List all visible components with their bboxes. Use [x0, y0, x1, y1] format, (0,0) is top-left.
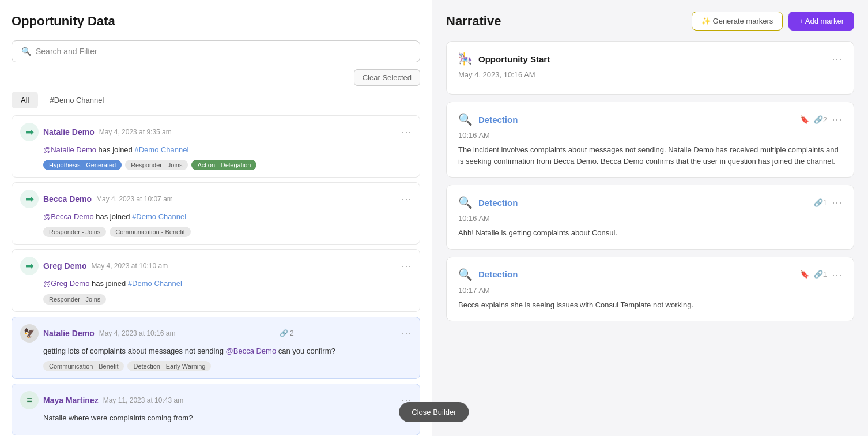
msg-time: May 11, 2023 at 10:43 am: [103, 396, 183, 404]
tag-responder-joins[interactable]: Responder - Joins: [125, 160, 188, 170]
card-actions: 🔖 🔗2 ⋯: [800, 113, 842, 126]
card-header: 🔍 Detection 🔖 🔗2 ⋯: [458, 112, 842, 126]
narrative-card-opportunity-start: 🎠 Opportunity Start ⋯ May 4, 2023, 10:16…: [446, 41, 854, 95]
list-item: ➡ Natalie Demo May 4, 2023 at 9:35 am ⋯ …: [12, 115, 420, 178]
narrative-actions: ✨ Generate markers + Add marker: [692, 12, 854, 31]
search-icon: 🔍: [21, 47, 31, 56]
card-title: Detection: [478, 269, 518, 279]
tag-communication-benefit[interactable]: Communication - Benefit: [43, 361, 124, 371]
close-builder-button[interactable]: Close Builder: [399, 402, 469, 422]
tab-demo-channel[interactable]: #Demo Channel: [40, 92, 113, 108]
link-count: 🔗1: [814, 198, 827, 207]
tag-list: Responder - Joins Communication - Benefi…: [43, 227, 412, 237]
msg-time: May 4, 2023 at 9:35 am: [99, 128, 172, 136]
mention: @Becca Demo: [226, 347, 277, 355]
msg-header: ≡ Maya Martinez May 11, 2023 at 10:43 am…: [20, 391, 412, 409]
card-time: May 4, 2023, 10:16 AM: [458, 70, 842, 79]
tag-communication-benefit[interactable]: Communication - Benefit: [110, 227, 190, 237]
card-more-icon[interactable]: ⋯: [832, 52, 842, 65]
card-body: Ahh! Natalie is getting complaints about…: [458, 227, 842, 239]
narrative-card-detection-2: 🔍 Detection 🔗1 ⋯ 10:16 AM Ahh! Natalie i…: [446, 185, 854, 250]
narrative-card-detection-1: 🔍 Detection 🔖 🔗2 ⋯ 10:16 AM The incident…: [446, 102, 854, 178]
add-marker-label: + Add marker: [799, 17, 844, 25]
msg-body: @Becca Demo has joined #Demo Channel: [43, 212, 412, 222]
card-time: 10:16 AM: [458, 214, 842, 223]
card-actions: 🔗1 ⋯: [814, 196, 842, 209]
mention: @Becca Demo: [43, 212, 94, 221]
card-actions: ⋯: [832, 52, 842, 65]
messages-list: ➡ Natalie Demo May 4, 2023 at 9:35 am ⋯ …: [12, 115, 420, 436]
tag-responder-joins[interactable]: Responder - Joins: [43, 227, 106, 237]
card-more-icon[interactable]: ⋯: [832, 268, 842, 281]
card-icon: 🔍: [458, 196, 473, 209]
more-options-icon[interactable]: ⋯: [401, 127, 412, 137]
msg-body: Natalie where were complaints coming fro…: [43, 413, 412, 423]
avatar: ➡: [20, 190, 39, 208]
card-more-icon[interactable]: ⋯: [832, 196, 842, 209]
card-header: 🔍 Detection 🔖 🔗1 ⋯: [458, 268, 842, 281]
narrative-cards: 🎠 Opportunity Start ⋯ May 4, 2023, 10:16…: [446, 41, 854, 424]
tab-all[interactable]: All: [12, 92, 38, 108]
link-badge: 🔗 2: [280, 329, 294, 337]
msg-header: 🦅 Natalie Demo May 4, 2023 at 10:16 am 🔗…: [20, 324, 412, 343]
more-options-icon[interactable]: ⋯: [401, 261, 412, 271]
channel-link[interactable]: #Demo Channel: [134, 145, 188, 154]
channel-link[interactable]: #Demo Channel: [128, 279, 182, 288]
tag-action-delegation[interactable]: Action - Delegation: [191, 160, 256, 170]
link-count: 🔗1: [814, 270, 827, 279]
msg-author: Maya Martinez: [43, 396, 99, 405]
msg-body: @Natalie Demo has joined #Demo Channel: [43, 145, 412, 155]
more-options-icon[interactable]: ⋯: [401, 194, 412, 204]
avatar: ➡: [20, 123, 39, 141]
msg-body: getting lots of complaints about message…: [43, 346, 412, 356]
list-item: ≡ Maya Martinez May 11, 2023 at 10:43 am…: [12, 384, 420, 435]
mention: @Greg Demo: [43, 279, 89, 288]
msg-author: Greg Demo: [43, 261, 86, 270]
generate-markers-button[interactable]: ✨ Generate markers: [692, 12, 783, 31]
list-item: ➡ Becca Demo May 4, 2023 at 10:07 am ⋯ @…: [12, 182, 420, 245]
narrative-header: Narrative ✨ Generate markers + Add marke…: [446, 12, 854, 31]
left-panel: Opportunity Data 🔍 Search and Filter Cle…: [0, 0, 432, 436]
narrative-card-detection-3: 🔍 Detection 🔖 🔗1 ⋯ 10:17 AM Becca explai…: [446, 257, 854, 322]
avatar: 🦅: [20, 324, 39, 343]
narrative-title: Narrative: [446, 14, 501, 29]
msg-author: Natalie Demo: [43, 127, 95, 137]
search-placeholder: Search and Filter: [36, 47, 97, 56]
avatar: ≡: [20, 391, 39, 409]
msg-author: Becca Demo: [43, 194, 92, 204]
msg-header: ➡ Greg Demo May 4, 2023 at 10:10 am ⋯: [20, 257, 412, 275]
card-icon: 🔍: [458, 112, 473, 126]
card-more-icon[interactable]: ⋯: [832, 113, 842, 126]
card-icon: 🎠: [458, 52, 473, 66]
tag-hypothesis-generated[interactable]: Hypothesis - Generated: [43, 160, 122, 170]
list-item: 🦅 Natalie Demo May 4, 2023 at 10:16 am 🔗…: [12, 317, 420, 379]
card-icon: 🔍: [458, 268, 473, 281]
msg-header: ➡ Natalie Demo May 4, 2023 at 9:35 am ⋯: [20, 123, 412, 141]
msg-body: @Greg Demo has joined #Demo Channel: [43, 279, 412, 289]
page-title: Opportunity Data: [12, 14, 420, 29]
channel-link[interactable]: #Demo Channel: [132, 212, 186, 221]
card-header: 🎠 Opportunity Start ⋯: [458, 52, 842, 66]
add-marker-button[interactable]: + Add marker: [788, 12, 854, 31]
bookmark-icon[interactable]: 🔖: [800, 270, 809, 279]
card-time: 10:17 AM: [458, 286, 842, 295]
card-title: Opportunity Start: [478, 54, 550, 64]
tag-responder-joins[interactable]: Responder - Joins: [43, 294, 106, 305]
clear-selected-row: Clear Selected: [12, 69, 420, 86]
card-body: Becca explains she is seeing issues with…: [458, 299, 842, 311]
search-bar[interactable]: 🔍 Search and Filter: [12, 40, 420, 62]
card-header: 🔍 Detection 🔗1 ⋯: [458, 196, 842, 209]
tag-detection-early-warning[interactable]: Detection - Early Warning: [127, 361, 211, 371]
card-actions: 🔖 🔗1 ⋯: [800, 268, 842, 281]
tag-list: Hypothesis - Generated Responder - Joins…: [43, 160, 412, 170]
clear-selected-button[interactable]: Clear Selected: [354, 69, 420, 86]
bookmark-icon[interactable]: 🔖: [800, 115, 809, 124]
msg-header: ➡ Becca Demo May 4, 2023 at 10:07 am ⋯: [20, 190, 412, 208]
tag-list: Responder - Joins: [43, 294, 412, 305]
msg-time: May 4, 2023 at 10:07 am: [96, 195, 173, 203]
tabs-row: All #Demo Channel: [12, 92, 420, 108]
card-body: The incident involves complaints about m…: [458, 144, 842, 167]
msg-author: Natalie Demo: [43, 329, 95, 338]
more-options-icon[interactable]: ⋯: [401, 328, 412, 339]
msg-time: May 4, 2023 at 10:16 am: [99, 329, 176, 337]
